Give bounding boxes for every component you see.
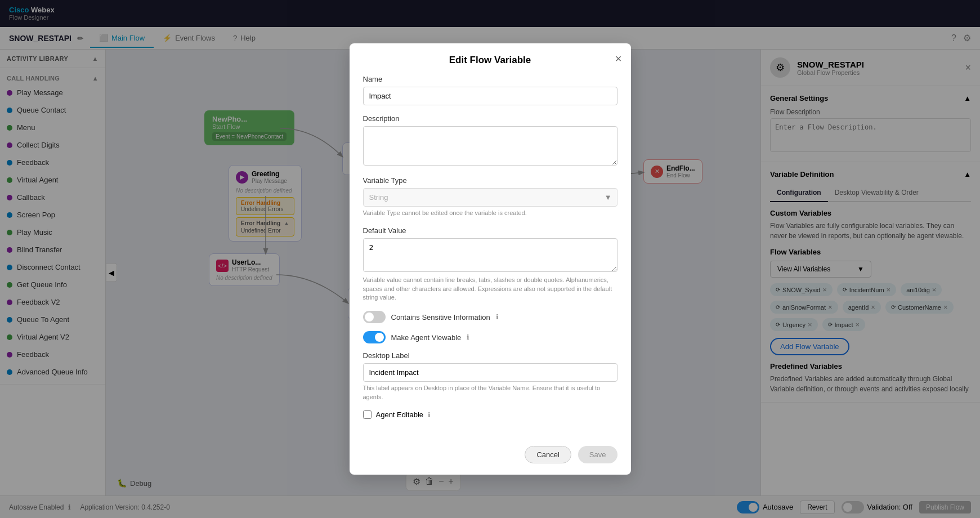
contains-sensitive-label: Contains Sensitive Information bbox=[391, 313, 490, 321]
modal-footer: Cancel Save bbox=[350, 439, 631, 475]
agent-editable-row: Agent Editable ℹ bbox=[363, 410, 617, 419]
default-value-label: Default Value bbox=[363, 226, 617, 235]
contains-sensitive-toggle[interactable] bbox=[363, 311, 386, 323]
default-value-hint: Variable value cannot contain line break… bbox=[363, 276, 617, 302]
default-value-group: Default Value 2 Variable value cannot co… bbox=[363, 226, 617, 302]
modal-body: Name Description Variable Type String ▼ … bbox=[350, 75, 631, 439]
description-label: Description bbox=[363, 114, 617, 123]
make-agent-viewable-toggle[interactable] bbox=[363, 331, 386, 343]
make-agent-viewable-label: Make Agent Viewable bbox=[391, 333, 462, 342]
variable-type-hint: Variable Type cannot be edited once the … bbox=[363, 209, 617, 217]
make-agent-viewable-row: Make Agent Viewable ℹ bbox=[363, 331, 617, 343]
default-value-input[interactable]: 2 bbox=[363, 238, 617, 272]
desktop-label-input[interactable] bbox=[363, 363, 617, 382]
variable-type-select[interactable]: String bbox=[363, 188, 617, 207]
agent-editable-checkbox[interactable] bbox=[363, 410, 372, 419]
modal-overlay: Edit Flow Variable × Name Description Va… bbox=[0, 0, 980, 518]
agent-editable-label: Agent Editable bbox=[376, 410, 424, 419]
variable-type-group: Variable Type String ▼ Variable Type can… bbox=[363, 176, 617, 217]
contains-sensitive-info-icon: ℹ bbox=[496, 313, 499, 321]
agent-editable-info-icon: ℹ bbox=[428, 411, 431, 419]
make-agent-viewable-info-icon: ℹ bbox=[467, 333, 469, 341]
description-input[interactable] bbox=[363, 126, 617, 166]
desktop-label-hint: This label appears on Desktop in place o… bbox=[363, 384, 617, 401]
name-input[interactable] bbox=[363, 87, 617, 105]
modal-title: Edit Flow Variable bbox=[363, 55, 617, 66]
modal-header: Edit Flow Variable × bbox=[350, 43, 631, 75]
cancel-button[interactable]: Cancel bbox=[525, 446, 571, 463]
name-group: Name bbox=[363, 75, 617, 105]
desktop-label-group: Desktop Label This label appears on Desk… bbox=[363, 351, 617, 401]
name-label: Name bbox=[363, 75, 617, 83]
modal-close-button[interactable]: × bbox=[615, 52, 622, 65]
description-group: Description bbox=[363, 114, 617, 167]
contains-sensitive-row: Contains Sensitive Information ℹ bbox=[363, 311, 617, 323]
edit-flow-variable-modal: Edit Flow Variable × Name Description Va… bbox=[350, 43, 631, 475]
variable-type-label: Variable Type bbox=[363, 176, 617, 185]
desktop-label-title: Desktop Label bbox=[363, 351, 617, 360]
save-button[interactable]: Save bbox=[578, 446, 617, 463]
